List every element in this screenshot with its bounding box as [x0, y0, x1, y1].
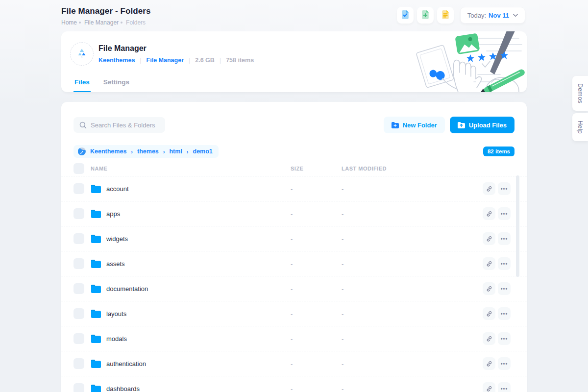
path-segment[interactable]: Keenthemes — [90, 148, 126, 155]
path-breadcrumb: Keenthemes›themes›html›demo1 — [74, 145, 219, 158]
files-toolbar: New Folder Upload Files — [61, 102, 527, 133]
side-tab-help[interactable]: Help — [572, 113, 588, 141]
folder-name-link[interactable]: documentation — [106, 285, 148, 293]
folder-name-link[interactable]: assets — [106, 260, 125, 268]
copy-link-button[interactable] — [483, 382, 495, 392]
folder-name-link[interactable]: dashboards — [106, 385, 140, 392]
file-lines-button[interactable] — [437, 7, 454, 24]
more-actions-button[interactable]: ••• — [498, 282, 511, 295]
copy-link-button[interactable] — [483, 357, 495, 370]
new-folder-button[interactable]: New Folder — [384, 117, 445, 133]
row-checkbox[interactable] — [74, 258, 84, 269]
table-scrollbar[interactable] — [516, 175, 519, 277]
copy-link-button[interactable] — [483, 257, 495, 270]
app-meta-link[interactable]: Keenthemes — [98, 57, 135, 64]
file-check-button[interactable] — [397, 7, 414, 24]
folder-name-link[interactable]: layouts — [106, 310, 126, 318]
more-actions-button[interactable]: ••• — [498, 307, 511, 320]
more-actions-button[interactable]: ••• — [498, 257, 511, 270]
breadcrumb-item: Folders — [126, 19, 146, 26]
row-checkbox[interactable] — [74, 333, 84, 344]
more-actions-button[interactable]: ••• — [498, 382, 511, 392]
topbar-actions: Today: Nov 11 — [397, 7, 525, 24]
file-size: - — [291, 260, 342, 268]
file-size: - — [291, 335, 342, 343]
file-modified: - — [342, 260, 478, 268]
more-actions-button[interactable]: ••• — [498, 232, 511, 245]
folder-icon — [91, 285, 101, 293]
link-icon — [486, 386, 492, 392]
row-checkbox[interactable] — [74, 183, 84, 194]
folder-name-link[interactable]: account — [106, 185, 129, 193]
path-segment[interactable]: themes — [137, 148, 159, 155]
table-row: apps - - ••• — [61, 201, 527, 226]
search-input[interactable] — [91, 122, 160, 129]
row-checkbox[interactable] — [74, 208, 84, 219]
file-size: - — [291, 285, 342, 293]
folder-name-link[interactable]: modals — [106, 335, 127, 343]
row-checkbox[interactable] — [74, 383, 84, 392]
page-title: File Manager - Folders — [61, 6, 151, 16]
file-plus-button[interactable] — [417, 7, 434, 24]
tab-files[interactable]: Files — [74, 74, 91, 92]
more-actions-button[interactable]: ••• — [498, 207, 511, 220]
copy-link-button[interactable] — [483, 307, 495, 320]
copy-link-button[interactable] — [483, 282, 495, 295]
app-meta-link[interactable]: File Manager — [147, 57, 184, 64]
breadcrumb-bullet — [79, 22, 81, 24]
link-icon — [486, 311, 492, 317]
chevron-down-icon — [513, 14, 518, 17]
folder-upload-icon — [458, 122, 465, 128]
link-icon — [486, 361, 492, 367]
row-checkbox[interactable] — [74, 283, 84, 294]
table-row: modals - - ••• — [61, 326, 527, 351]
side-tab-demos[interactable]: Demos — [572, 76, 588, 111]
copy-link-button[interactable] — [483, 182, 495, 195]
folder-icon — [91, 260, 101, 268]
copy-link-button[interactable] — [483, 207, 495, 220]
meta-separator: | — [189, 57, 190, 64]
folder-icon — [91, 185, 101, 193]
more-actions-button[interactable]: ••• — [498, 332, 511, 345]
app-meta-stat: 2.6 GB — [195, 57, 215, 64]
link-icon — [486, 261, 492, 267]
path-segment[interactable]: html — [169, 148, 182, 155]
search-box — [74, 117, 165, 133]
breadcrumb-item[interactable]: Home — [61, 19, 77, 26]
table-header: Name Size Last Modified — [61, 161, 527, 176]
table-row: account - - ••• — [61, 176, 527, 201]
meta-separator: | — [140, 57, 141, 64]
app-title: File Manager — [98, 44, 254, 53]
row-checkbox[interactable] — [74, 358, 84, 369]
tab-settings[interactable]: Settings — [102, 74, 130, 92]
row-checkbox[interactable] — [74, 308, 84, 319]
date-picker-button[interactable]: Today: Nov 11 — [460, 7, 525, 24]
row-checkbox[interactable] — [74, 233, 84, 244]
folder-name-link[interactable]: apps — [106, 210, 120, 218]
folder-name-link[interactable]: authentication — [106, 360, 146, 368]
folder-icon — [91, 235, 101, 243]
keenthemes-logo-icon — [76, 47, 88, 61]
new-folder-label: New Folder — [403, 122, 437, 129]
path-separator-icon: › — [131, 148, 133, 155]
file-modified: - — [342, 310, 478, 318]
file-size: - — [291, 385, 342, 392]
folder-name-link[interactable]: widgets — [106, 235, 128, 243]
upload-files-button[interactable]: Upload Files — [450, 117, 514, 133]
breadcrumb: HomeFile ManagerFolders — [61, 19, 151, 26]
path-segment[interactable]: demo1 — [193, 148, 213, 155]
root-logo-icon — [78, 147, 86, 155]
breadcrumb-item[interactable]: File Manager — [84, 19, 119, 26]
link-icon — [486, 211, 492, 217]
link-icon — [486, 186, 492, 192]
page-header: File Manager - Folders HomeFile ManagerF… — [61, 6, 151, 26]
file-plus-icon — [421, 10, 430, 21]
copy-link-button[interactable] — [483, 332, 495, 345]
app-avatar — [70, 42, 94, 66]
copy-link-button[interactable] — [483, 232, 495, 245]
more-actions-button[interactable]: ••• — [498, 357, 511, 370]
link-icon — [486, 236, 492, 242]
more-actions-button[interactable]: ••• — [498, 182, 511, 195]
folder-icon — [91, 360, 101, 368]
select-all-checkbox[interactable] — [74, 163, 84, 174]
